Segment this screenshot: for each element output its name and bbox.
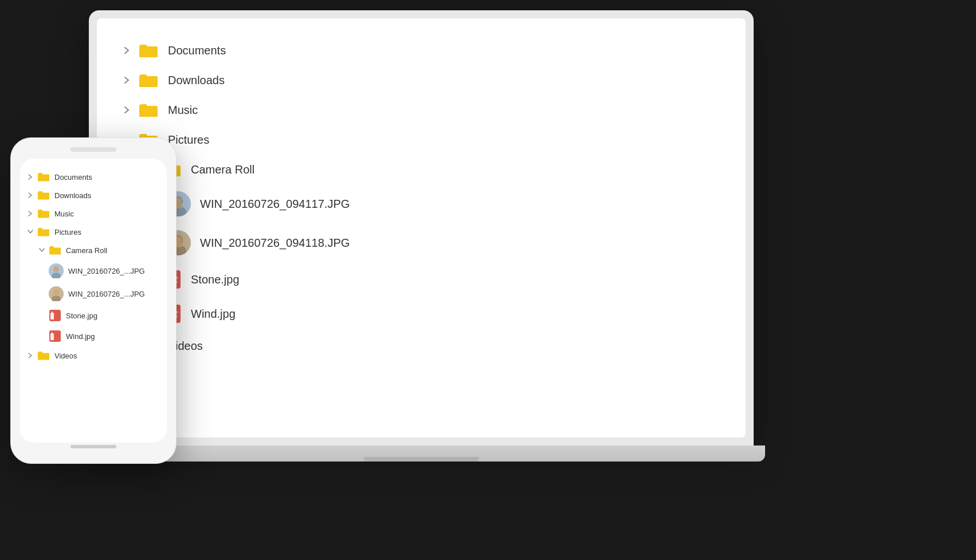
file-label-stone: Stone.jpg <box>191 273 240 286</box>
file-explorer-phone: Documents Downloads Musi <box>20 159 167 443</box>
phone-photo-thumb-1 <box>49 263 64 278</box>
phone-file-label-photo2: WIN_20160726_...JPG <box>68 290 145 298</box>
folder-item-camera-roll[interactable]: Camera Roll <box>120 155 723 184</box>
laptop-base <box>77 445 765 462</box>
phone-file-label-stone: Stone.jpg <box>66 311 97 320</box>
phone-folder-downloads[interactable]: Downloads <box>26 186 161 204</box>
phone-folder-icon-camera-roll <box>49 245 61 255</box>
folder-item-videos[interactable]: Videos <box>120 331 723 361</box>
folder-label-pictures: Pictures <box>168 133 209 147</box>
phone-file-wind[interactable]: Wind.jpg <box>26 326 161 346</box>
folder-label-documents: Documents <box>168 44 226 57</box>
chevron-right-icon <box>120 73 134 87</box>
folder-label-downloads: Downloads <box>168 74 225 87</box>
phone-file-label-wind: Wind.jpg <box>66 332 95 341</box>
laptop-screen: Documents Downloads <box>97 18 746 437</box>
file-item-wind[interactable]: Wind.jpg <box>120 297 723 331</box>
phone-jpg-icon-stone <box>49 309 61 322</box>
folder-label-music: Music <box>168 104 198 117</box>
phone-folder-label-documents: Documents <box>54 173 92 182</box>
folder-item-downloads[interactable]: Downloads <box>120 65 723 95</box>
phone-folder-icon-videos <box>37 350 50 361</box>
phone-chevron-down <box>26 227 35 236</box>
folder-icon-downloads <box>138 72 159 88</box>
phone-home-indicator <box>70 445 116 448</box>
phone-chevron-right <box>26 351 35 360</box>
svg-point-23 <box>53 266 59 272</box>
laptop-body: Documents Downloads <box>89 10 754 445</box>
phone-folder-label-music: Music <box>54 210 74 218</box>
phone-notch <box>70 147 116 152</box>
svg-rect-29 <box>50 314 54 320</box>
phone-folder-pictures[interactable]: Pictures <box>26 223 161 241</box>
phone-chevron-down <box>37 246 46 255</box>
phone-folder-icon-docs <box>37 172 50 182</box>
file-label-wind: Wind.jpg <box>191 307 236 321</box>
phone-folder-label-pictures: Pictures <box>54 228 81 236</box>
phone-folder-camera-roll[interactable]: Camera Roll <box>26 241 161 259</box>
phone-jpg-icon-wind <box>49 330 61 342</box>
phone-folder-documents[interactable]: Documents <box>26 168 161 186</box>
phone-chevron-right <box>26 191 35 200</box>
phone-folder-icon-music <box>37 208 50 219</box>
phone-chevron-right <box>26 209 35 218</box>
folder-item-pictures[interactable]: Pictures <box>120 125 723 155</box>
phone-file-label-photo1: WIN_20160726_...JPG <box>68 267 145 275</box>
phone-folder-icon-pictures <box>37 227 50 237</box>
svg-rect-32 <box>50 335 54 340</box>
file-label-photo2: WIN_20160726_094118.JPG <box>200 236 350 250</box>
phone-folder-label-camera-roll: Camera Roll <box>66 246 107 255</box>
file-item-photo1[interactable]: WIN_20160726_094117.JPG <box>120 184 723 223</box>
folder-icon-music <box>138 102 159 118</box>
file-item-photo2[interactable]: WIN_20160726_094118.JPG <box>120 223 723 262</box>
phone-folder-icon-downloads <box>37 190 50 200</box>
phone-folder-label-downloads: Downloads <box>54 191 91 200</box>
folder-item-documents[interactable]: Documents <box>120 36 723 65</box>
folder-icon-documents <box>138 42 159 58</box>
phone-folder-music[interactable]: Music <box>26 204 161 223</box>
phone-photo-thumb-2 <box>49 286 64 301</box>
svg-point-26 <box>53 289 59 295</box>
chevron-right-icon <box>120 44 134 57</box>
phone-folder-label-videos: Videos <box>54 352 77 360</box>
phone-file-photo2[interactable]: WIN_20160726_...JPG <box>26 282 161 305</box>
phone-file-stone[interactable]: Stone.jpg <box>26 305 161 326</box>
folder-item-music[interactable]: Music <box>120 95 723 125</box>
laptop-device: Documents Downloads <box>89 10 759 503</box>
phone-file-photo1[interactable]: WIN_20160726_...JPG <box>26 259 161 282</box>
file-item-stone[interactable]: Stone.jpg <box>120 262 723 297</box>
phone-device: Documents Downloads Musi <box>10 137 177 464</box>
file-label-photo1: WIN_20160726_094117.JPG <box>200 198 350 211</box>
folder-label-camera-roll: Camera Roll <box>191 163 254 176</box>
phone-chevron-right <box>26 172 35 182</box>
file-explorer-laptop: Documents Downloads <box>97 18 746 437</box>
phone-folder-videos[interactable]: Videos <box>26 346 161 365</box>
chevron-right-icon <box>120 103 134 117</box>
